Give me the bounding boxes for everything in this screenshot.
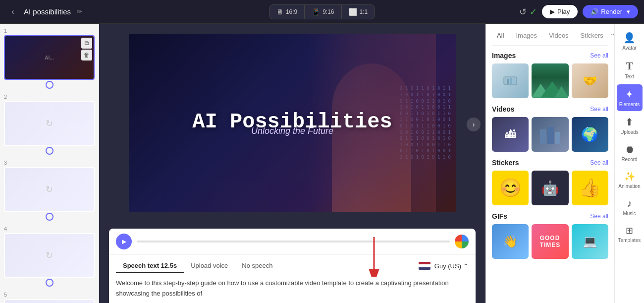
sidebar-item-music[interactable]: ♪ Music [617,194,643,220]
images-grid: 🤝 [492,63,608,98]
render-button[interactable]: 🔊 Render ▾ [583,5,638,18]
videos-see-all[interactable]: See all [590,106,608,113]
text-icon: T [626,60,633,72]
ratio-16-9[interactable]: 🖥 16:9 [269,5,305,19]
playback-play-button[interactable]: ▶ [116,234,132,249]
no-speech-tab[interactable]: No speech [235,259,279,273]
stickers-section-header: Stickers See all [492,159,608,167]
video-buildings[interactable] [532,117,568,152]
speech-text-tab[interactable]: Speech text 12.5s [116,259,184,273]
slide-canvas[interactable]: 0 1 0 1 1 0 1 0 1 1 1 0 0 1 1 0 1 0 0 1 … [129,34,456,212]
svg-rect-3 [507,79,509,84]
sidebar-item-uploads[interactable]: ⬆ Uploads [617,112,643,139]
slide-placeholder-4: ↻ [46,250,53,261]
edit-icon[interactable]: ✏ [77,8,82,15]
google-icon [455,235,469,248]
topbar-left: ‹ AI possibilities ✏ [6,5,264,19]
text-label: Text [625,74,634,79]
animation-icon: ✨ [624,171,635,182]
gifs-grid: 👋 GOODTIMES 💻 [492,224,608,259]
sticker-smile[interactable]: 😊 [492,171,529,205]
animation-label: Animation [618,183,640,189]
slide-item-5[interactable]: 5 ↻ [4,292,95,303]
slide-delete-btn[interactable]: 🗑 [81,50,92,61]
slides-panel: 1 AI... ⧉ 🗑 2 ↻ 3 [0,24,99,303]
slide-item-1[interactable]: 1 AI... ⧉ 🗑 [4,28,95,89]
sidebar-item-record[interactable]: ⏺ Record [617,140,643,166]
gif-3[interactable]: 💻 [572,224,608,259]
slide-thumbnail-5[interactable]: ↻ [4,299,95,303]
images-see-all[interactable]: See all [590,52,608,59]
sidebar-item-text[interactable]: T Text [617,56,643,83]
slide-thumbnail-3[interactable]: ↻ [4,167,95,212]
video-earth[interactable]: 🌍 [572,117,608,152]
stickers-see-all[interactable]: See all [590,159,608,166]
uploads-label: Uploads [620,129,639,135]
back-icon: ‹ [11,7,14,16]
slide-thumbnail-4[interactable]: ↻ [4,233,95,278]
topbar: ‹ AI possibilities ✏ 🖥 16:9 📱 9:16 ⬜ 1:1… [0,0,644,24]
slide-thumbnail-2[interactable]: ↻ [4,101,95,146]
image-mountain[interactable] [532,63,568,98]
gif-1[interactable]: 👋 [492,224,529,259]
speech-content: Welcome to this step-by-step guide on ho… [109,273,476,303]
gifs-see-all[interactable]: See all [590,213,608,220]
image-handshake[interactable]: 🤝 [572,63,608,98]
slide-circle-4 [46,279,54,287]
gif-2[interactable]: GOODTIMES [532,224,568,259]
slide-circle-2 [46,147,54,155]
sidebar-item-elements[interactable]: ✦ Elements [617,84,643,111]
image-office[interactable] [492,63,529,98]
back-button[interactable]: ‹ [6,5,20,19]
svg-rect-9 [540,129,546,144]
slide-placeholder-3: ↻ [46,184,53,195]
progress-bar[interactable] [137,241,450,242]
slide-circle-3 [46,213,54,221]
slide-actions-1: ⧉ 🗑 [80,36,94,62]
slide-thumbnail-1[interactable]: AI... ⧉ 🗑 [4,35,95,80]
redo-check-icon[interactable]: ✓ [530,6,537,17]
gifs-section-title: GIFs [492,212,507,220]
undo-button[interactable]: ↺ [519,6,527,17]
play-button[interactable]: ▶ Play [542,5,578,18]
gifs-section-header: GIFs See all [492,212,608,220]
ratio-1-1[interactable]: ⬜ 1:1 [342,5,375,19]
avatar-label: Avatar [622,45,637,51]
canvas-next-button[interactable]: › [467,118,481,131]
record-label: Record [621,157,637,162]
upload-voice-tab[interactable]: Upload voice [184,259,235,273]
tab-images[interactable]: Images [511,30,542,41]
tab-videos[interactable]: Videos [544,30,574,41]
sidebar-item-avatar[interactable]: 👤 Avatar [617,28,643,55]
sidebar-item-animation[interactable]: ✨ Animation [617,167,643,193]
svg-rect-10 [547,127,554,144]
slide-number-1: 1 [4,28,95,34]
tab-all[interactable]: All [492,30,509,41]
person-silhouette [332,63,411,212]
red-arrow [359,273,389,277]
canvas-wrapper: 0 1 0 1 1 0 1 0 1 1 1 0 0 1 1 0 1 0 0 1 … [99,24,485,225]
flag-icon [419,262,430,270]
voice-select[interactable]: Guy (US) ⌃ [434,262,469,270]
templates-icon: ⊞ [626,225,633,236]
templates-label: Templates [618,238,641,243]
slide-item-4[interactable]: 4 ↻ [4,226,95,287]
slide-copy-btn[interactable]: ⧉ [81,38,92,49]
sticker-robot[interactable]: 🤖 [532,171,568,205]
slide-item-3[interactable]: 3 ↻ [4,160,95,221]
ratio-9-16[interactable]: 📱 9:16 [305,5,341,19]
right-panel-content: All Images Videos Stickers ··· Images Se… [486,24,614,303]
video-city[interactable]: 🏙 [492,117,529,152]
tab-stickers[interactable]: Stickers [576,30,608,41]
slide-item-2[interactable]: 2 ↻ [4,94,95,155]
images-section-title: Images [492,52,516,60]
elements-label: Elements [619,102,640,107]
sticker-thumbsup[interactable]: 👍 [572,171,608,205]
slide-number-2: 2 [4,94,95,100]
sidebar-item-templates[interactable]: ⊞ Templates [617,221,643,247]
svg-rect-11 [555,132,560,144]
render-chevron-icon: ▾ [627,8,630,15]
panel-more-button[interactable]: ··· [610,30,614,41]
monitor-icon: 🖥 [276,8,283,16]
right-sidebar: 👤 Avatar T Text ✦ Elements ⬆ Uploads ⏺ R… [614,24,644,303]
